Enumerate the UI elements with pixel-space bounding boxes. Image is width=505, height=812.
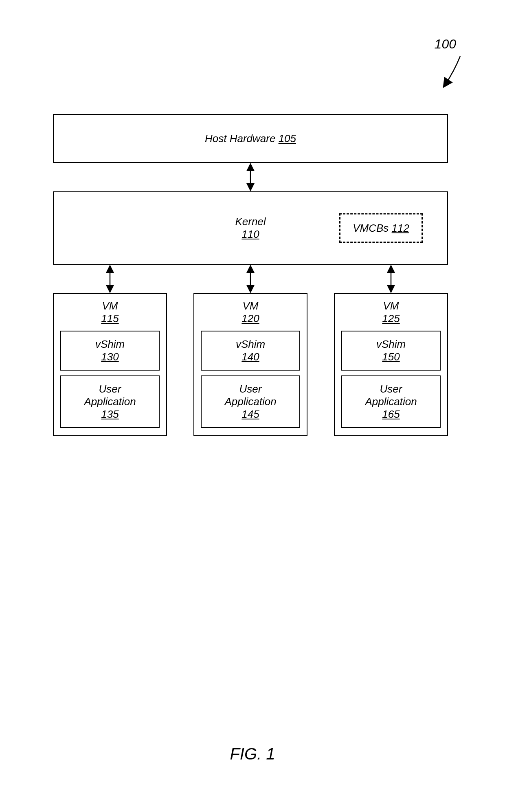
vm-title-1: VM 115 — [60, 300, 160, 325]
user-app-label-1: User Application — [64, 383, 156, 408]
arrow-kernel-vm3 — [334, 265, 448, 293]
arrow-host-kernel — [53, 163, 448, 191]
kernel-label: Kernel 110 — [235, 215, 266, 241]
vshim-box-3: vShim 150 — [341, 331, 441, 371]
vm-box-1: VM 115 vShim 130 User Application 135 — [53, 293, 167, 436]
vm-box-3: VM 125 vShim 150 UserApplication 165 — [334, 293, 448, 436]
figure-caption: FIG. 1 — [230, 745, 275, 763]
vshim-box-1: vShim 130 — [60, 331, 160, 371]
vm-title-3: VM 125 — [341, 300, 441, 325]
host-hardware-box: Host Hardware 105 — [53, 114, 448, 163]
arrow-kernel-vm1 — [53, 265, 167, 293]
user-app-box-3: UserApplication 165 — [341, 375, 441, 428]
user-app-label-2: UserApplication — [205, 383, 296, 408]
host-hardware-label: Host Hardware 105 — [205, 132, 296, 145]
user-app-box-2: UserApplication 145 — [201, 375, 300, 428]
kernel-box: Kernel 110 VMCBs 112 — [53, 191, 448, 265]
arrow-kernel-vm2 — [193, 265, 307, 293]
user-app-box-1: User Application 135 — [60, 375, 160, 428]
diagram-container: Host Hardware 105 Kernel 110 VMCBs 112 — [53, 114, 448, 436]
user-app-label-3: UserApplication — [345, 383, 437, 408]
vm-title-2: VM 120 — [201, 300, 300, 325]
arrow-kernel-vms-row — [53, 265, 448, 293]
vmcbs-box: VMCBs 112 — [339, 213, 423, 243]
vm-row: VM 115 vShim 130 User Application 135 VM… — [53, 293, 448, 436]
figure-ref-number: 100 — [435, 37, 456, 52]
figure-ref-arrow — [438, 53, 466, 90]
vm-box-2: VM 120 vShim 140 UserApplication 145 — [193, 293, 307, 436]
vshim-box-2: vShim 140 — [201, 331, 300, 371]
